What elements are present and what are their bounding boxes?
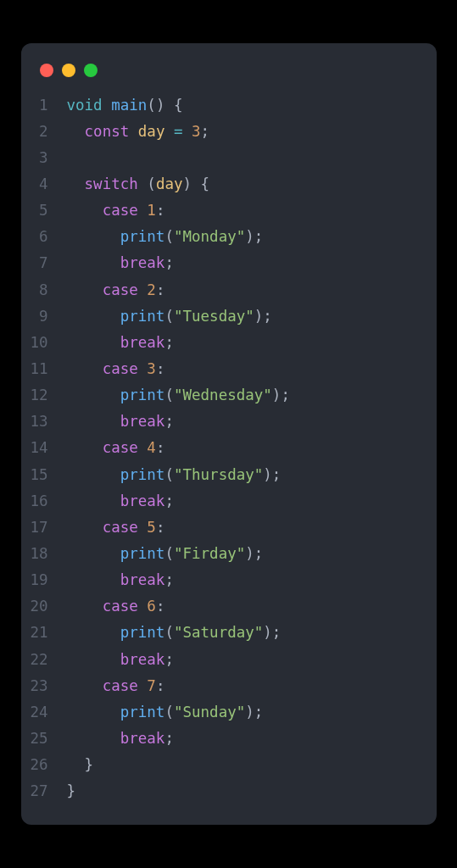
code-content: case 2:	[67, 277, 437, 303]
token-fn: print	[120, 545, 165, 562]
token-plain	[138, 281, 148, 298]
token-op: =	[174, 123, 183, 140]
token-punc: :	[156, 360, 165, 377]
code-content: break;	[67, 647, 437, 673]
token-fn: print	[120, 228, 165, 245]
code-line: 1void main() {	[21, 92, 437, 119]
token-punc: ;	[164, 334, 174, 351]
code-line: 9 print("Tuesday");	[21, 303, 437, 330]
code-line: 4 switch (day) {	[21, 171, 437, 198]
token-plain	[103, 97, 112, 114]
token-punc: );	[254, 308, 272, 325]
token-punc: ) {	[183, 175, 210, 192]
code-area: 1void main() {2 const day = 3;34 switch …	[21, 92, 437, 805]
token-punc: (	[164, 387, 174, 403]
token-kw: break	[120, 651, 165, 668]
code-content: break;	[67, 567, 437, 593]
token-punc: ;	[164, 492, 174, 509]
token-ident: day	[138, 123, 165, 140]
code-line: 12 print("Wednesday");	[21, 382, 437, 409]
token-plain	[138, 175, 148, 192]
close-icon[interactable]	[40, 64, 53, 77]
token-punc: :	[156, 281, 165, 298]
line-number: 14	[21, 435, 67, 461]
token-plain	[138, 439, 148, 456]
line-number: 5	[21, 198, 67, 224]
token-kw: switch	[85, 175, 138, 192]
token-kw: case	[103, 439, 138, 456]
code-line: 26 }	[21, 752, 437, 778]
line-number: 17	[21, 515, 67, 541]
line-number: 8	[21, 277, 67, 303]
token-punc: );	[263, 466, 281, 483]
token-kw: break	[120, 730, 165, 747]
token-kw: case	[103, 360, 138, 377]
code-content	[67, 145, 437, 171]
token-kw: case	[103, 202, 138, 219]
token-plain	[183, 123, 192, 140]
token-punc: (	[164, 308, 174, 325]
line-number: 4	[21, 171, 67, 198]
code-content: case 7:	[67, 673, 437, 699]
code-content: const day = 3;	[67, 119, 437, 145]
code-line: 22 break;	[21, 647, 437, 673]
token-str: "Monday"	[174, 228, 245, 245]
token-plain	[129, 123, 138, 140]
line-number: 3	[21, 145, 67, 171]
code-content: print("Monday");	[67, 224, 437, 250]
token-kw: break	[120, 492, 165, 509]
token-fn: print	[120, 704, 165, 721]
code-line: 17 case 5:	[21, 515, 437, 541]
code-content: case 1:	[67, 198, 437, 224]
token-plain	[138, 202, 148, 219]
token-num: 3	[192, 123, 201, 140]
code-content: break;	[67, 488, 437, 515]
code-content: print("Firday");	[67, 541, 437, 567]
token-kw: case	[103, 598, 138, 615]
code-line: 15 print("Thursday");	[21, 462, 437, 488]
token-kw: case	[103, 281, 138, 298]
code-content: print("Wednesday");	[67, 382, 437, 409]
token-str: "Sunday"	[174, 704, 245, 721]
token-punc: (	[164, 228, 174, 245]
token-plain	[138, 360, 148, 377]
token-kw: break	[120, 413, 165, 430]
line-number: 26	[21, 752, 67, 778]
token-plain	[138, 519, 148, 536]
token-num: 2	[147, 281, 156, 298]
token-punc: ;	[164, 254, 174, 271]
code-line: 27}	[21, 778, 437, 804]
token-kw: case	[103, 677, 138, 694]
token-str: "Tuesday"	[174, 308, 254, 325]
token-punc: }	[67, 782, 76, 799]
code-content: break;	[67, 330, 437, 356]
token-fn: print	[120, 308, 165, 325]
token-num: 1	[147, 202, 156, 219]
token-fn: print	[120, 624, 165, 641]
minimize-icon[interactable]	[62, 64, 75, 77]
token-punc: :	[156, 439, 165, 456]
line-number: 10	[21, 330, 67, 356]
code-content: case 5:	[67, 515, 437, 541]
code-content: print("Sunday");	[67, 699, 437, 726]
zoom-icon[interactable]	[84, 64, 98, 77]
code-content: }	[67, 752, 437, 778]
token-punc: );	[263, 624, 281, 641]
token-punc: :	[156, 677, 165, 694]
token-punc: ;	[201, 123, 210, 140]
code-window: 1void main() {2 const day = 3;34 switch …	[21, 43, 437, 826]
token-kw: break	[120, 334, 165, 351]
token-kw: case	[103, 519, 138, 536]
code-line: 13 break;	[21, 409, 437, 435]
code-line: 14 case 4:	[21, 435, 437, 461]
code-line: 20 case 6:	[21, 593, 437, 620]
line-number: 25	[21, 726, 67, 752]
code-line: 5 case 1:	[21, 198, 437, 224]
token-punc: :	[156, 519, 165, 536]
token-punc: );	[245, 704, 263, 721]
line-number: 23	[21, 673, 67, 699]
code-line: 7 break;	[21, 250, 437, 276]
line-number: 21	[21, 620, 67, 646]
line-number: 24	[21, 699, 67, 726]
code-line: 16 break;	[21, 488, 437, 515]
